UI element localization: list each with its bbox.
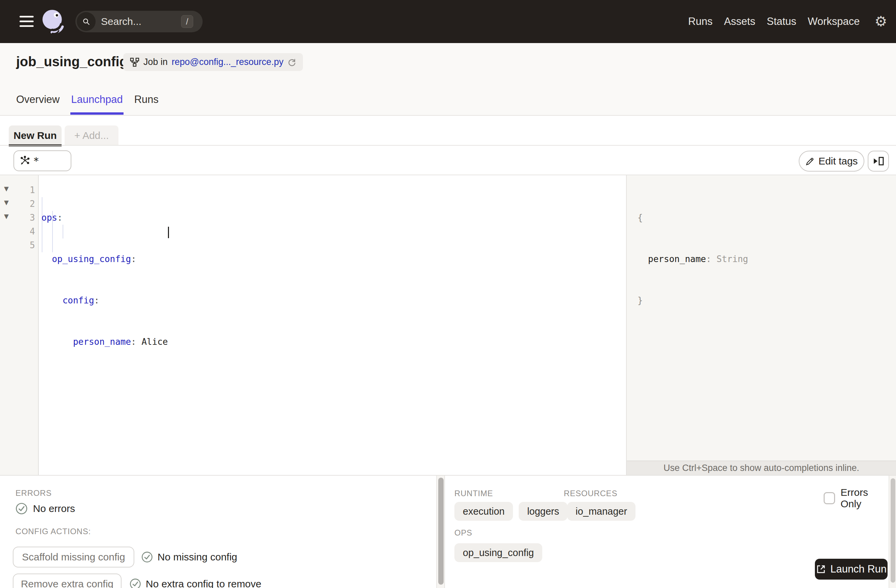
errors-only-control: Errors Only <box>824 487 888 510</box>
config-editor[interactable]: ▼ ▼ ▼ 1 2 3 4 5 ops: op_using_config: co… <box>0 175 626 475</box>
autocomplete-hint: Use Ctrl+Space to show auto-completions … <box>627 460 896 475</box>
tab-overview[interactable]: Overview <box>16 94 59 114</box>
no-extra-config-status: No extra config to remove <box>130 578 262 588</box>
divider <box>0 145 896 146</box>
yaml-code: ops: op_using_config: config: person_nam… <box>41 183 168 418</box>
config-schema-panel: { person_name: String } <box>627 175 896 460</box>
dagster-logo-icon[interactable] <box>39 8 67 35</box>
scrollbar-thumb[interactable] <box>891 479 895 583</box>
code-line: person_name: Alice <box>41 335 168 349</box>
check-circle-icon <box>15 503 27 515</box>
search-shortcut-key: / <box>181 15 193 28</box>
line-numbers: 1 2 3 4 5 <box>0 183 35 252</box>
tag-op-using-config[interactable]: op_using_config <box>454 543 542 562</box>
op-selector-input[interactable]: * <box>14 150 72 171</box>
errors-only-checkbox[interactable] <box>824 492 835 504</box>
runtime-tags: execution loggers <box>454 502 567 521</box>
search-icon <box>77 12 96 31</box>
repo-link[interactable]: repo@config..._resource.py <box>172 57 283 67</box>
errors-only-label: Errors Only <box>840 487 888 510</box>
nav-link-workspace[interactable]: Workspace <box>808 15 860 27</box>
scaffold-missing-config-button[interactable]: Scaffold missing config <box>13 547 134 567</box>
resource-tags: io_manager <box>567 502 635 521</box>
launch-run-button[interactable]: Launch Run <box>815 559 888 580</box>
expand-panel-icon <box>872 156 885 166</box>
scrollbar[interactable] <box>436 476 445 588</box>
job-location-badge: Job in repo@config..._resource.py <box>123 53 303 71</box>
scrollbar[interactable] <box>888 476 896 588</box>
top-nav-links: Runs Assets Status Workspace ⚙ <box>688 0 887 43</box>
job-graph-icon <box>130 58 139 67</box>
no-missing-config-status: No missing config <box>142 552 237 563</box>
code-line <box>41 377 168 390</box>
tab-launchpad[interactable]: Launchpad <box>71 94 122 114</box>
tag-io-manager[interactable]: io_manager <box>567 502 635 521</box>
runtime-label: RUNTIME <box>454 489 493 498</box>
active-tab-underline <box>70 112 123 115</box>
nav-link-assets[interactable]: Assets <box>724 15 755 27</box>
search-input[interactable]: Search... / <box>75 11 203 32</box>
tag-loggers[interactable]: loggers <box>519 502 567 521</box>
check-circle-icon <box>130 578 141 588</box>
check-circle-icon <box>142 552 153 563</box>
config-tab-new-run[interactable]: New Run <box>9 126 62 146</box>
open-panel-button[interactable] <box>868 151 889 172</box>
errors-label: ERRORS <box>15 488 52 498</box>
page-tabs: Overview Launchpad Runs <box>16 94 158 114</box>
gear-icon[interactable]: ⚙ <box>875 14 887 29</box>
remove-extra-config-button[interactable]: Remove extra config <box>13 574 122 588</box>
page-header: job_using_config Job in repo@config..._r… <box>0 43 896 116</box>
tab-runs[interactable]: Runs <box>134 94 158 114</box>
code-line: config: <box>41 294 168 307</box>
edit-tags-button[interactable]: Edit tags <box>799 151 864 172</box>
page-title: job_using_config <box>16 54 128 69</box>
code-line: op_using_config: <box>41 252 168 266</box>
add-config-tab-button[interactable]: + Add... <box>65 126 119 146</box>
op-selector-icon <box>20 156 30 166</box>
search-placeholder: Search... <box>101 16 181 27</box>
pencil-icon <box>805 157 815 166</box>
config-actions-label: CONFIG ACTIONS: <box>15 527 91 536</box>
schema-code: { person_name: String } <box>637 183 748 335</box>
op-tags: op_using_config <box>454 543 542 562</box>
text-cursor <box>168 227 169 238</box>
hamburger-menu-icon[interactable] <box>20 16 34 27</box>
job-badge-prefix: Job in <box>143 57 168 67</box>
nav-link-status[interactable]: Status <box>767 15 796 27</box>
ops-label: OPS <box>454 528 472 538</box>
resources-label: RESOURCES <box>564 489 617 498</box>
code-line: ops: <box>41 211 168 225</box>
launch-icon <box>816 564 826 574</box>
errors-panel: ERRORS No errors CONFIG ACTIONS: Scaffol… <box>0 476 436 588</box>
no-errors-status: No errors <box>15 503 75 515</box>
reload-icon[interactable] <box>288 58 296 67</box>
top-nav-bar: Search... / Runs Assets Status Workspace… <box>0 0 896 43</box>
op-selector-value: * <box>34 155 39 167</box>
nav-link-runs[interactable]: Runs <box>688 15 713 27</box>
tag-execution[interactable]: execution <box>454 502 513 521</box>
scrollbar-thumb[interactable] <box>438 478 443 585</box>
